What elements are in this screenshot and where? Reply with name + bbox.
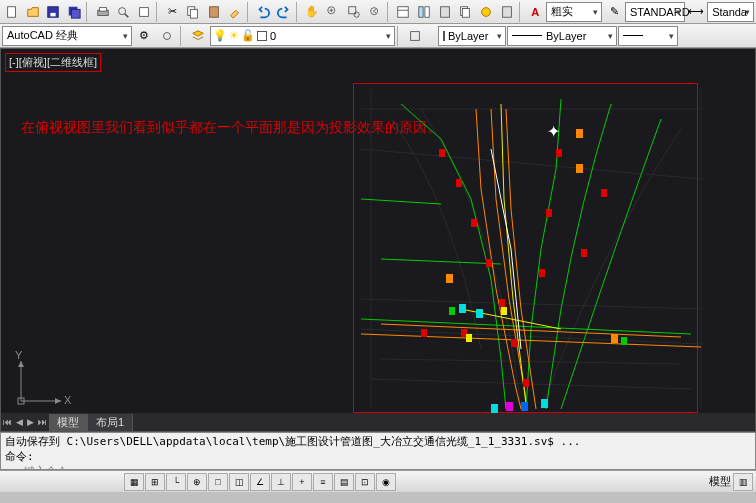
qp-icon[interactable]: ⊡ bbox=[355, 473, 375, 491]
match-icon[interactable] bbox=[225, 2, 245, 22]
workspace-settings-icon[interactable] bbox=[156, 26, 178, 46]
svg-point-7 bbox=[119, 7, 126, 14]
svg-text:X: X bbox=[64, 394, 71, 406]
dimstyle-value: Standa bbox=[712, 6, 747, 18]
separator bbox=[180, 26, 185, 46]
svg-rect-27 bbox=[503, 6, 512, 17]
svg-rect-0 bbox=[8, 6, 16, 17]
tab-layout1[interactable]: 布局1 bbox=[88, 414, 133, 431]
calc-icon[interactable] bbox=[497, 2, 517, 22]
new-icon[interactable] bbox=[2, 2, 22, 22]
tab-first-icon[interactable]: ⏮ bbox=[1, 417, 14, 427]
ortho-icon[interactable]: └ bbox=[166, 473, 186, 491]
3dosnap-icon[interactable]: ◫ bbox=[229, 473, 249, 491]
dyn-icon[interactable]: + bbox=[292, 473, 312, 491]
svg-rect-43 bbox=[421, 329, 427, 337]
color-swatch bbox=[257, 31, 267, 41]
svg-rect-45 bbox=[576, 164, 583, 173]
osnap-icon[interactable]: □ bbox=[208, 473, 228, 491]
saveas-icon[interactable] bbox=[64, 2, 84, 22]
publish-icon[interactable] bbox=[134, 2, 154, 22]
sun-icon: ☀ bbox=[229, 29, 239, 42]
lwt-icon[interactable]: ≡ bbox=[313, 473, 333, 491]
toolbar-standard: ✂ ✋ A 粗实 ✎ STANDARD ⟷ Standa bbox=[0, 0, 756, 24]
layer-dropdown[interactable]: 💡 ☀ 🔓 0 bbox=[210, 26, 395, 46]
status-extra-icon[interactable]: ▥ bbox=[733, 473, 753, 491]
lineweight-dropdown[interactable]: 粗实 bbox=[546, 2, 602, 22]
zoom-realtime-icon[interactable] bbox=[323, 2, 343, 22]
svg-rect-30 bbox=[439, 149, 445, 157]
svg-rect-55 bbox=[621, 337, 627, 345]
separator bbox=[397, 26, 402, 46]
svg-rect-4 bbox=[72, 9, 81, 18]
tab-last-icon[interactable]: ⏭ bbox=[36, 417, 49, 427]
layer-props-icon[interactable] bbox=[187, 26, 209, 46]
command-history-line: 自动保存到 C:\Users\DELL\appdata\local\temp\施… bbox=[5, 434, 751, 449]
svg-rect-40 bbox=[601, 189, 607, 197]
brush-icon[interactable]: ✎ bbox=[604, 2, 624, 22]
pan-icon[interactable]: ✋ bbox=[302, 2, 322, 22]
gear-icon[interactable]: ⚙ bbox=[133, 26, 155, 46]
undo-icon[interactable] bbox=[253, 2, 273, 22]
paste-icon[interactable] bbox=[204, 2, 224, 22]
sc-icon[interactable]: ◉ bbox=[376, 473, 396, 491]
copy-icon[interactable] bbox=[183, 2, 203, 22]
svg-rect-33 bbox=[486, 259, 492, 267]
plot-icon[interactable] bbox=[93, 2, 113, 22]
redo-icon[interactable] bbox=[274, 2, 294, 22]
open-icon[interactable] bbox=[23, 2, 43, 22]
svg-rect-23 bbox=[440, 6, 449, 17]
tab-prev-icon[interactable]: ◀ bbox=[14, 417, 25, 427]
tool-palettes-icon[interactable] bbox=[435, 2, 455, 22]
polar-icon[interactable]: ⊕ bbox=[187, 473, 207, 491]
ducs-icon[interactable]: ⊥ bbox=[271, 473, 291, 491]
svg-rect-37 bbox=[556, 149, 562, 157]
svg-rect-52 bbox=[466, 334, 472, 342]
svg-line-8 bbox=[125, 13, 129, 17]
svg-rect-54 bbox=[449, 307, 455, 315]
svg-rect-39 bbox=[539, 269, 545, 277]
separator bbox=[296, 2, 301, 22]
help-icon[interactable]: A bbox=[525, 2, 545, 22]
save-icon[interactable] bbox=[44, 2, 64, 22]
design-center-icon[interactable] bbox=[414, 2, 434, 22]
zoom-window-icon[interactable] bbox=[344, 2, 364, 22]
workspace-dropdown[interactable]: AutoCAD 经典 bbox=[2, 26, 132, 46]
grid-icon[interactable]: ⊞ bbox=[145, 473, 165, 491]
lightbulb-icon: 💡 bbox=[213, 29, 227, 42]
svg-rect-44 bbox=[576, 129, 583, 138]
drawing-content bbox=[1, 49, 756, 432]
svg-text:Y: Y bbox=[15, 351, 23, 361]
svg-rect-41 bbox=[581, 249, 587, 257]
properties-icon[interactable] bbox=[393, 2, 413, 22]
tab-next-icon[interactable]: ▶ bbox=[25, 417, 36, 427]
svg-point-28 bbox=[164, 32, 171, 39]
command-window[interactable]: 自动保存到 C:\Users\DELL\appdata\local\temp\施… bbox=[0, 432, 756, 470]
color-dropdown[interactable]: ByLayer bbox=[438, 26, 506, 46]
svg-rect-49 bbox=[476, 309, 483, 318]
lineweight2-dropdown[interactable] bbox=[618, 26, 678, 46]
svg-rect-53 bbox=[501, 307, 507, 315]
snap-icon[interactable]: ▦ bbox=[124, 473, 144, 491]
drawing-canvas[interactable]: [-][俯视][二维线框] 在俯视视图里我们看到似乎都在一个平面那是因为投影效果… bbox=[0, 48, 756, 432]
color-value: ByLayer bbox=[448, 30, 488, 42]
svg-point-17 bbox=[354, 12, 359, 17]
modelspace-label[interactable]: 模型 bbox=[709, 474, 731, 489]
linetype-dropdown[interactable]: ByLayer bbox=[507, 26, 617, 46]
tab-model[interactable]: 模型 bbox=[49, 414, 88, 431]
sheet-set-icon[interactable] bbox=[455, 2, 475, 22]
status-right: 模型 ▥ bbox=[709, 473, 753, 491]
textstyle-dropdown[interactable]: STANDARD bbox=[625, 2, 685, 22]
preview-icon[interactable] bbox=[113, 2, 133, 22]
separator bbox=[387, 2, 392, 22]
tpy-icon[interactable]: ▤ bbox=[334, 473, 354, 491]
svg-rect-29 bbox=[411, 31, 420, 40]
layer-iso-icon[interactable] bbox=[404, 26, 426, 46]
svg-rect-31 bbox=[456, 179, 462, 187]
dimstyle-dropdown[interactable]: Standa bbox=[707, 2, 754, 22]
otrack-icon[interactable]: ∠ bbox=[250, 473, 270, 491]
svg-rect-47 bbox=[611, 334, 618, 343]
markup-icon[interactable] bbox=[476, 2, 496, 22]
cut-icon[interactable]: ✂ bbox=[163, 2, 183, 22]
zoom-previous-icon[interactable] bbox=[365, 2, 385, 22]
